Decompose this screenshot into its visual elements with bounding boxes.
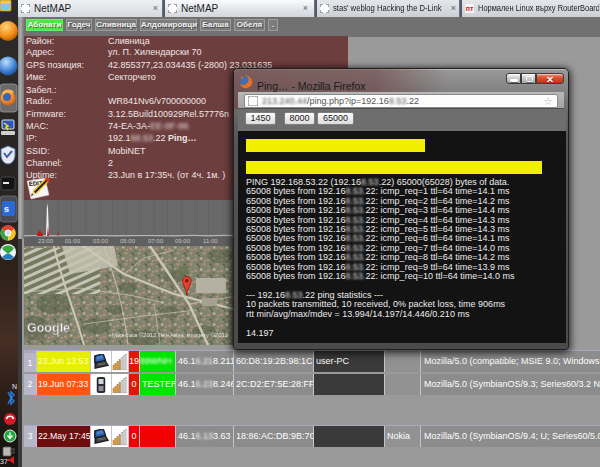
svg-text:Map data ©2012 Tele Atlas, Im: Map data ©2012 Tele Atlas, Imagery ©2012 xyxy=(112,332,229,338)
svg-text:s: s xyxy=(4,204,9,214)
svg-text:37: 37 xyxy=(0,458,8,465)
svg-text:N: N xyxy=(12,383,17,390)
svg-text:Google: Google xyxy=(27,321,70,335)
